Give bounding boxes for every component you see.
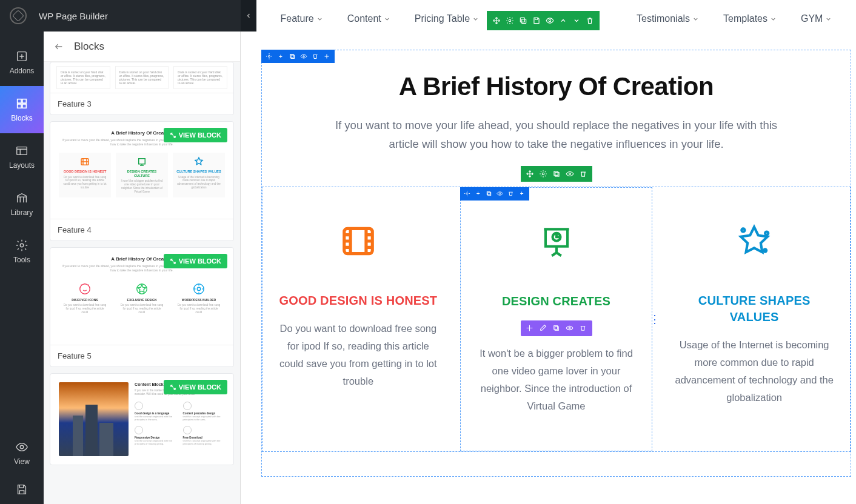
add-icon[interactable]: + xyxy=(517,189,527,199)
feature-title: GOOD DESIGN IS HONEST xyxy=(278,293,438,309)
block-label: Feature 5 xyxy=(50,345,233,366)
rail-layouts[interactable]: Layouts xyxy=(0,133,44,181)
trash-icon[interactable] xyxy=(578,323,589,334)
feature-desc: It won't be a bigger problem to find one… xyxy=(476,345,637,415)
rail-tools[interactable]: Tools xyxy=(0,228,44,275)
block-card-feature-6[interactable]: VIEW BLOCK Content Block If you are in t… xyxy=(50,373,234,465)
block-label: Feature 3 xyxy=(50,93,233,114)
addon-toolbar xyxy=(521,320,592,336)
svg-rect-20 xyxy=(291,55,295,59)
left-sidebar: Addons Blocks Layouts Library Tools View xyxy=(0,31,44,504)
feature-title: DESIGN CREATES xyxy=(476,293,637,310)
blocks-title: Blocks xyxy=(74,41,104,53)
block-card-feature-5[interactable]: VIEW BLOCK A Brief History Of Creation I… xyxy=(50,247,234,367)
svg-rect-30 xyxy=(487,192,490,195)
svg-point-18 xyxy=(549,19,551,22)
nav-gym[interactable]: GYM xyxy=(801,13,832,24)
row-toolbar xyxy=(521,166,592,182)
svg-rect-24 xyxy=(555,173,558,176)
view-block-button[interactable]: VIEW BLOCK xyxy=(164,128,227,142)
canvas-nav: Feature Content Pricing Table Testimonia… xyxy=(256,0,856,38)
view-block-button[interactable]: VIEW BLOCK xyxy=(164,380,227,394)
feature-col-3[interactable]: CULTURE SHAPES VALUES Usage of the Inter… xyxy=(658,187,850,452)
svg-point-22 xyxy=(303,56,305,58)
block-card-feature-3[interactable]: Data is stored on your hard disk or offi… xyxy=(50,62,234,115)
presentation-icon xyxy=(538,223,575,260)
rail-label: Layouts xyxy=(9,161,35,170)
eye-icon[interactable] xyxy=(299,51,309,61)
svg-rect-2 xyxy=(18,99,21,103)
nav-content[interactable]: Content xyxy=(347,13,390,24)
add-icon[interactable] xyxy=(322,51,332,61)
nav-feature[interactable]: Feature xyxy=(281,13,323,24)
copy-icon[interactable] xyxy=(484,189,494,199)
svg-point-36 xyxy=(742,228,745,231)
copy-icon[interactable] xyxy=(551,168,562,179)
gear-icon[interactable] xyxy=(504,15,516,27)
trash-icon[interactable] xyxy=(310,51,320,61)
eye-icon[interactable] xyxy=(564,323,575,334)
trash-icon[interactable] xyxy=(506,189,516,199)
eye-icon[interactable] xyxy=(495,189,505,199)
nav-templates[interactable]: Templates xyxy=(723,13,777,24)
page-title: A Brief History Of Creation xyxy=(262,72,851,101)
gear-icon[interactable] xyxy=(463,189,472,199)
save-icon[interactable] xyxy=(530,15,543,27)
blocks-list[interactable]: Data is stored on your hard disk or offi… xyxy=(44,62,240,504)
svg-point-8 xyxy=(20,445,24,449)
collapse-panel-button[interactable] xyxy=(241,0,256,31)
down-icon[interactable] xyxy=(570,15,583,27)
blocks-panel: Blocks Data is stored on your hard disk … xyxy=(44,31,241,504)
app-title: WP Page Builder xyxy=(39,11,108,21)
rail-addons[interactable]: Addons xyxy=(0,39,44,86)
feature-title: CULTURE SHAPES VALUES xyxy=(674,293,834,325)
trash-icon[interactable] xyxy=(584,15,596,27)
gear-icon[interactable] xyxy=(538,168,549,179)
view-block-button[interactable]: VIEW BLOCK xyxy=(164,254,227,268)
move-icon[interactable] xyxy=(490,15,503,27)
svg-point-28 xyxy=(466,193,468,195)
feature-row[interactable]: GOOD DESIGN IS HONEST Do you want to dow… xyxy=(262,187,851,453)
copy-icon[interactable] xyxy=(287,51,297,61)
rail-label: View xyxy=(14,457,30,466)
svg-rect-29 xyxy=(488,193,491,196)
svg-point-26 xyxy=(569,173,570,174)
svg-rect-25 xyxy=(553,171,557,175)
rail-label: Blocks xyxy=(11,114,32,122)
block-card-feature-4[interactable]: VIEW BLOCK A Brief History Of Creation I… xyxy=(50,121,234,241)
plus-icon[interactable]: + xyxy=(276,51,286,61)
rail-library[interactable]: Library xyxy=(0,181,44,228)
editor-canvas[interactable]: Feature Content Pricing Table Testimonia… xyxy=(256,0,856,504)
svg-rect-17 xyxy=(520,18,524,22)
nav-pricing[interactable]: Pricing Table xyxy=(415,13,479,24)
svg-point-15 xyxy=(509,19,511,22)
eye-icon[interactable] xyxy=(564,168,575,179)
trash-icon[interactable] xyxy=(578,168,589,179)
edit-icon[interactable] xyxy=(538,323,549,334)
svg-point-37 xyxy=(765,231,768,234)
svg-rect-16 xyxy=(522,19,526,24)
col-toolbar: + + xyxy=(460,187,529,201)
svg-rect-5 xyxy=(22,104,26,108)
move-icon[interactable] xyxy=(524,323,535,334)
rail-blocks[interactable]: Blocks xyxy=(0,86,44,133)
svg-point-19 xyxy=(269,56,270,58)
feature-col-1[interactable]: GOOD DESIGN IS HONEST Do you want to dow… xyxy=(262,187,454,452)
move-icon[interactable] xyxy=(524,168,535,179)
row-toolbar xyxy=(487,11,600,30)
rail-view[interactable]: View xyxy=(0,431,44,475)
eye-icon[interactable] xyxy=(544,15,556,27)
plus-icon[interactable]: + xyxy=(473,189,483,199)
up-icon[interactable] xyxy=(557,15,569,27)
copy-icon[interactable] xyxy=(517,15,529,27)
copy-icon[interactable] xyxy=(551,323,562,334)
rail-save[interactable] xyxy=(0,475,44,504)
back-icon[interactable] xyxy=(52,42,65,51)
feature-col-2[interactable]: + + DESIGN CREATES I xyxy=(460,187,653,452)
section[interactable]: + A Brief History Of Creation If you wan… xyxy=(261,50,851,477)
svg-point-14 xyxy=(197,287,201,291)
nav-testimonials[interactable]: Testimonials xyxy=(637,13,699,24)
svg-rect-6 xyxy=(17,147,27,155)
gear-icon[interactable] xyxy=(264,51,274,61)
svg-point-31 xyxy=(500,193,501,194)
